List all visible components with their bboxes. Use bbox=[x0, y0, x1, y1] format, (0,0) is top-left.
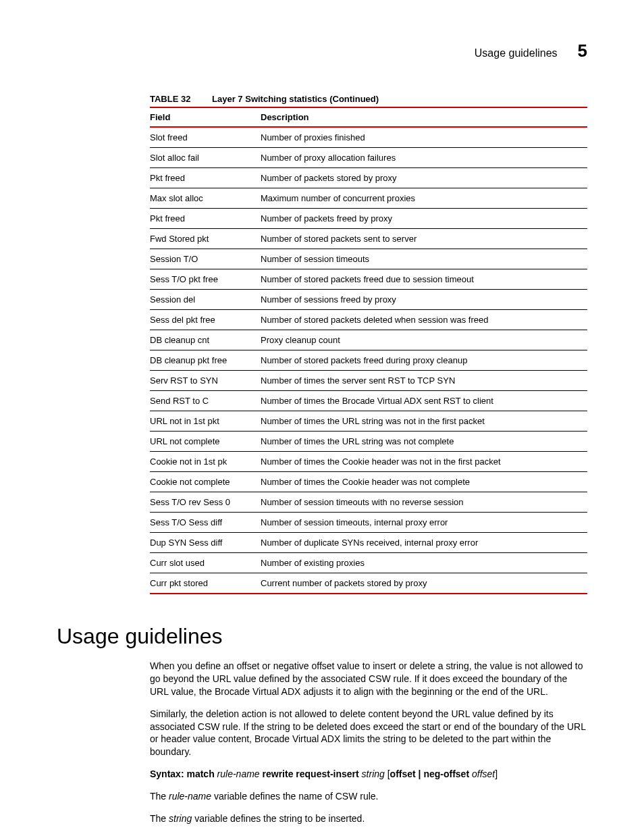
body-text: When you define an offset or negative of… bbox=[150, 660, 587, 825]
table-row: Session delNumber of sessions freed by p… bbox=[150, 290, 587, 310]
cell-description: Number of times the URL string was not c… bbox=[261, 432, 587, 452]
syntax-line: Syntax: match rule-name rewrite request-… bbox=[150, 768, 587, 781]
syntax-kw-match: Syntax: match bbox=[150, 768, 215, 779]
p4c: variable defines the name of CSW rule. bbox=[211, 791, 378, 802]
cell-description: Number of stored packets sent to server bbox=[261, 229, 587, 249]
cell-description: Number of packets stored by proxy bbox=[261, 168, 587, 188]
bracket-close: ] bbox=[495, 768, 498, 779]
cell-field: Fwd Stored pkt bbox=[150, 229, 261, 249]
table-row: Pkt freedNumber of packets freed by prox… bbox=[150, 209, 587, 229]
cell-description: Current number of packets stored by prox… bbox=[261, 573, 587, 594]
table-row: Curr slot usedNumber of existing proxies bbox=[150, 553, 587, 573]
cell-field: Session del bbox=[150, 290, 261, 310]
col-description: Description bbox=[261, 107, 587, 127]
cell-field: Dup SYN Sess diff bbox=[150, 533, 261, 553]
cell-field: Sess T/O rev Sess 0 bbox=[150, 492, 261, 513]
syntax-kw-rewrite: rewrite request-insert bbox=[263, 768, 359, 779]
cell-field: Slot alloc fail bbox=[150, 148, 261, 168]
p4b: rule-name bbox=[169, 791, 211, 802]
cell-field: Session T/O bbox=[150, 249, 261, 269]
stats-table: Field Description Slot freedNumber of pr… bbox=[150, 107, 587, 594]
table-row: Cookie not completeNumber of times the C… bbox=[150, 472, 587, 492]
table-row: Serv RST to SYNNumber of times the serve… bbox=[150, 371, 587, 391]
table-caption: TABLE 32 Layer 7 Switching statistics (C… bbox=[150, 94, 587, 104]
table-row: Sess T/O pkt freeNumber of stored packet… bbox=[150, 269, 587, 290]
p5c: variable defines the string to be insert… bbox=[192, 813, 365, 824]
cell-description: Number of stored packets freed due to se… bbox=[261, 269, 587, 290]
cell-description: Number of times the Cookie header was no… bbox=[261, 452, 587, 472]
chapter-number: 5 bbox=[578, 41, 587, 61]
cell-field: DB cleanup pkt free bbox=[150, 350, 261, 371]
cell-description: Number of times the server sent RST to T… bbox=[261, 371, 587, 391]
cell-description: Proxy cleanup count bbox=[261, 330, 587, 350]
cell-field: Slot freed bbox=[150, 127, 261, 148]
syntax-kw-offset: offset | neg-offset bbox=[390, 768, 469, 779]
cell-field: Send RST to C bbox=[150, 391, 261, 411]
cell-field: URL not complete bbox=[150, 432, 261, 452]
cell-description: Number of times the URL string was not i… bbox=[261, 411, 587, 432]
table-row: Cookie not in 1st pkNumber of times the … bbox=[150, 452, 587, 472]
cell-description: Number of duplicate SYNs received, inter… bbox=[261, 533, 587, 553]
table-row: URL not completeNumber of times the URL … bbox=[150, 432, 587, 452]
col-field: Field bbox=[150, 107, 261, 127]
para-1: When you define an offset or negative of… bbox=[150, 660, 587, 698]
cell-description: Number of stored packets freed during pr… bbox=[261, 350, 587, 371]
cell-description: Maximum number of concurrent proxies bbox=[261, 188, 587, 209]
cell-field: Sess del pkt free bbox=[150, 310, 261, 330]
cell-description: Number of session timeouts, internal pro… bbox=[261, 513, 587, 533]
table-row: Sess T/O rev Sess 0Number of session tim… bbox=[150, 492, 587, 513]
table-row: Fwd Stored pktNumber of stored packets s… bbox=[150, 229, 587, 249]
cell-description: Number of sessions freed by proxy bbox=[261, 290, 587, 310]
running-head: Usage guidelines bbox=[475, 47, 558, 59]
cell-field: Curr slot used bbox=[150, 553, 261, 573]
syntax-string: string bbox=[359, 768, 387, 779]
page-header: Usage guidelines 5 bbox=[57, 41, 587, 61]
table-row: Pkt freedNumber of packets stored by pro… bbox=[150, 168, 587, 188]
table-row: Max slot allocMaximum number of concurre… bbox=[150, 188, 587, 209]
cell-field: Pkt freed bbox=[150, 209, 261, 229]
section-heading: Usage guidelines bbox=[57, 624, 587, 649]
cell-description: Number of stored packets deleted when se… bbox=[261, 310, 587, 330]
p5a: The bbox=[150, 813, 169, 824]
cell-field: Cookie not in 1st pk bbox=[150, 452, 261, 472]
p5b: string bbox=[169, 813, 192, 824]
table-row: Dup SYN Sess diffNumber of duplicate SYN… bbox=[150, 533, 587, 553]
para-4: The rule-name variable defines the name … bbox=[150, 790, 587, 803]
table-name: Layer 7 Switching statistics (Continued) bbox=[212, 94, 379, 104]
cell-description: Number of session timeouts bbox=[261, 249, 587, 269]
para-2: Similarly, the deletion action is not al… bbox=[150, 708, 587, 759]
cell-description: Number of times the Brocade Virtual ADX … bbox=[261, 391, 587, 411]
para-5: The string variable defines the string t… bbox=[150, 812, 587, 825]
cell-field: Max slot alloc bbox=[150, 188, 261, 209]
table-number: TABLE 32 bbox=[150, 94, 190, 104]
table-row: Send RST to CNumber of times the Brocade… bbox=[150, 391, 587, 411]
cell-field: Curr pkt stored bbox=[150, 573, 261, 594]
table-row: Slot freedNumber of proxies finished bbox=[150, 127, 587, 148]
cell-field: Cookie not complete bbox=[150, 472, 261, 492]
table-row: Sess del pkt freeNumber of stored packet… bbox=[150, 310, 587, 330]
cell-field: Serv RST to SYN bbox=[150, 371, 261, 391]
cell-description: Number of existing proxies bbox=[261, 553, 587, 573]
cell-description: Number of session timeouts with no rever… bbox=[261, 492, 587, 513]
cell-field: Pkt freed bbox=[150, 168, 261, 188]
page: Usage guidelines 5 TABLE 32 Layer 7 Swit… bbox=[0, 0, 644, 834]
cell-description: Number of packets freed by proxy bbox=[261, 209, 587, 229]
cell-field: URL not in 1st pkt bbox=[150, 411, 261, 432]
cell-description: Number of proxies finished bbox=[261, 127, 587, 148]
p4a: The bbox=[150, 791, 169, 802]
table-row: DB cleanup cntProxy cleanup count bbox=[150, 330, 587, 350]
table-row: Sess T/O Sess diffNumber of session time… bbox=[150, 513, 587, 533]
table-row: Slot alloc failNumber of proxy allocatio… bbox=[150, 148, 587, 168]
table-body: Slot freedNumber of proxies finishedSlot… bbox=[150, 127, 587, 594]
table-row: DB cleanup pkt freeNumber of stored pack… bbox=[150, 350, 587, 371]
cell-description: Number of times the Cookie header was no… bbox=[261, 472, 587, 492]
cell-field: Sess T/O pkt free bbox=[150, 269, 261, 290]
table-row: URL not in 1st pktNumber of times the UR… bbox=[150, 411, 587, 432]
table-row: Session T/ONumber of session timeouts bbox=[150, 249, 587, 269]
table-header-row: Field Description bbox=[150, 107, 587, 127]
table-row: Curr pkt storedCurrent number of packets… bbox=[150, 573, 587, 594]
cell-description: Number of proxy allocation failures bbox=[261, 148, 587, 168]
syntax-rule-name: rule-name bbox=[215, 768, 263, 779]
syntax-offset: offset bbox=[469, 768, 495, 779]
cell-field: DB cleanup cnt bbox=[150, 330, 261, 350]
